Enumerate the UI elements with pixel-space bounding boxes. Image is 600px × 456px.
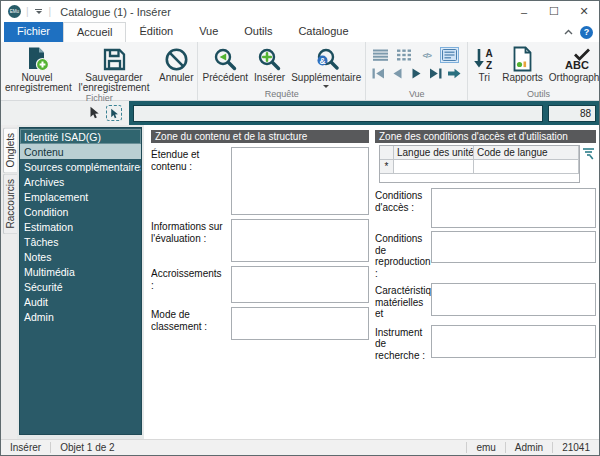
query-insert-button[interactable]: Insérer bbox=[251, 44, 288, 83]
new-record-button[interactable]: Nouvel enregistrement bbox=[2, 44, 72, 93]
vertical-tab-onglets[interactable]: Onglets bbox=[3, 127, 17, 173]
sidebar-item-admin[interactable]: Admin bbox=[20, 309, 141, 324]
query-additional-icon: & bbox=[313, 45, 339, 73]
sidebar-item-identite-isadg[interactable]: Identité ISAD(G) bbox=[20, 129, 141, 144]
conditions-reproduction-field[interactable] bbox=[431, 231, 596, 263]
table-cell-code[interactable] bbox=[474, 160, 579, 174]
reports-label: Rapports bbox=[502, 73, 543, 83]
nav-next-button[interactable] bbox=[409, 67, 424, 79]
minimize-button[interactable]: – bbox=[509, 1, 539, 22]
tab-edition[interactable]: Édition bbox=[126, 22, 186, 42]
table-footer bbox=[380, 174, 579, 182]
status-number: 21041 bbox=[553, 440, 599, 455]
ribbon-group-vue: </> bbox=[366, 42, 468, 100]
etendue-contenu-field[interactable] bbox=[231, 147, 369, 215]
status-bar: Insérer Objet 1 de 2 emu Admin 21041 bbox=[1, 439, 599, 455]
new-row-marker: * bbox=[380, 160, 394, 174]
group-label-outils: Outils bbox=[469, 89, 600, 100]
view-details-button[interactable] bbox=[440, 47, 459, 63]
field-label: Accroissements : bbox=[151, 266, 231, 303]
spellcheck-icon: ABC bbox=[561, 45, 593, 73]
divider: | bbox=[49, 6, 52, 17]
cancel-button[interactable]: Annuler bbox=[156, 44, 196, 83]
query-previous-label: Précédent bbox=[202, 73, 248, 83]
svg-text:Z: Z bbox=[486, 60, 492, 71]
view-grid-button[interactable] bbox=[394, 47, 413, 63]
column-header-code-langue[interactable]: Code de langue bbox=[474, 146, 579, 160]
accroissements-field[interactable] bbox=[231, 266, 369, 303]
nav-last-button[interactable] bbox=[428, 67, 443, 79]
panel-header: Zone des conditions d'accès et d'utilisa… bbox=[375, 130, 596, 143]
record-count-field[interactable]: 88 bbox=[548, 105, 596, 122]
mode-classement-field[interactable] bbox=[231, 307, 369, 340]
chevron-down-icon bbox=[323, 85, 329, 88]
instrument-recherche-field[interactable] bbox=[431, 325, 596, 358]
panel-header: Zone du contenu et de la structure bbox=[151, 130, 369, 143]
vertical-tab-raccourcis[interactable]: Raccourcis bbox=[3, 173, 17, 234]
tab-catalogue[interactable]: Catalogue bbox=[285, 22, 361, 42]
sidebar-mode-tabs: Onglets Raccourcis bbox=[1, 125, 17, 439]
column-header-langue[interactable]: Langue des unités d... bbox=[394, 146, 474, 160]
query-insert-label: Insérer bbox=[254, 73, 285, 83]
sidebar-item-securite[interactable]: Sécurité bbox=[20, 279, 141, 294]
svg-text:&: & bbox=[320, 55, 326, 65]
ribbon-group-fichier: Nouvel enregistrement Sauvegarder l'enre… bbox=[1, 42, 198, 100]
tab-vue[interactable]: Vue bbox=[186, 22, 231, 42]
spelling-label: Orthographe bbox=[549, 73, 600, 83]
record-form: Zone du contenu et de la structure Étend… bbox=[144, 125, 599, 439]
view-list-button[interactable] bbox=[371, 47, 390, 63]
caracteristiques-materielles-field[interactable] bbox=[431, 283, 596, 316]
sidebar-item-audit[interactable]: Audit bbox=[20, 294, 141, 309]
tab-accueil[interactable]: Accueil bbox=[63, 22, 126, 42]
cancel-icon bbox=[164, 45, 189, 73]
status-record-info: Objet 1 de 2 bbox=[51, 440, 123, 455]
new-record-label: Nouvel enregistrement bbox=[5, 73, 69, 93]
svg-text:ABC: ABC bbox=[565, 59, 589, 71]
record-summary-field[interactable] bbox=[133, 105, 543, 122]
save-record-button[interactable]: Sauvegarder l'enregistrement bbox=[72, 44, 156, 93]
tab-fichier[interactable]: Fichier bbox=[4, 22, 63, 42]
informations-evaluation-field[interactable] bbox=[231, 219, 369, 262]
select-cursor-icon[interactable] bbox=[89, 106, 100, 121]
sidebar-item-condition[interactable]: Condition bbox=[20, 204, 141, 219]
save-record-label: Sauvegarder l'enregistrement bbox=[75, 73, 153, 93]
query-additional-button[interactable]: & Supplémentaire bbox=[288, 44, 364, 88]
sidebar-item-archives[interactable]: Archives bbox=[20, 174, 141, 189]
sidebar-item-contenu[interactable]: Contenu bbox=[20, 144, 141, 159]
record-bar: 88 bbox=[129, 101, 599, 125]
status-server: emu bbox=[467, 440, 504, 455]
sidebar-item-multimedia[interactable]: Multimédia bbox=[20, 264, 141, 279]
sidebar-item-emplacement[interactable]: Emplacement bbox=[20, 189, 141, 204]
table-corner bbox=[380, 146, 394, 160]
nav-previous-button[interactable] bbox=[390, 67, 405, 79]
quick-access-dropdown-icon[interactable] bbox=[34, 9, 44, 15]
sidebar-item-sources-complementaires[interactable]: Sources complémentaires bbox=[20, 159, 141, 174]
query-previous-button[interactable]: Précédent bbox=[199, 44, 251, 83]
status-user: Admin bbox=[506, 440, 552, 455]
group-label-vue: Vue bbox=[367, 89, 466, 100]
nav-goto-button[interactable] bbox=[447, 67, 462, 79]
sidebar-item-notes[interactable]: Notes bbox=[20, 249, 141, 264]
sidebar-item-taches[interactable]: Tâches bbox=[20, 234, 141, 249]
tabs-list: Identité ISAD(G) Contenu Sources complém… bbox=[19, 127, 142, 435]
table-cell-langue[interactable] bbox=[394, 160, 474, 174]
ribbon: Nouvel enregistrement Sauvegarder l'enre… bbox=[1, 42, 599, 101]
langue-table: Langue des unités d... Code de langue * bbox=[379, 145, 580, 183]
language-filter-icon[interactable] bbox=[582, 147, 595, 162]
collapse-ribbon-icon[interactable] bbox=[564, 29, 573, 35]
view-code-button[interactable]: </> bbox=[417, 47, 436, 63]
conditions-acces-field[interactable] bbox=[431, 188, 596, 228]
close-button[interactable]: ✕ bbox=[569, 1, 599, 22]
spelling-button[interactable]: ABC Orthographe bbox=[546, 44, 600, 83]
sort-button[interactable]: A Z Tri bbox=[469, 44, 499, 83]
tabs-sidebar: Identité ISAD(G) Contenu Sources complém… bbox=[17, 125, 144, 439]
select-region-cursor-icon[interactable] bbox=[106, 105, 122, 121]
sort-az-icon: A Z bbox=[472, 45, 496, 73]
nav-first-button[interactable] bbox=[371, 67, 386, 79]
reports-button[interactable]: Rapports bbox=[499, 44, 546, 83]
help-button[interactable]: ? bbox=[580, 26, 593, 39]
sidebar-item-estimation[interactable]: Estimation bbox=[20, 219, 141, 234]
tab-outils[interactable]: Outils bbox=[231, 22, 285, 42]
maximize-button[interactable]: ☐ bbox=[539, 1, 569, 22]
field-label: Informations sur l'évaluation : bbox=[151, 219, 231, 262]
